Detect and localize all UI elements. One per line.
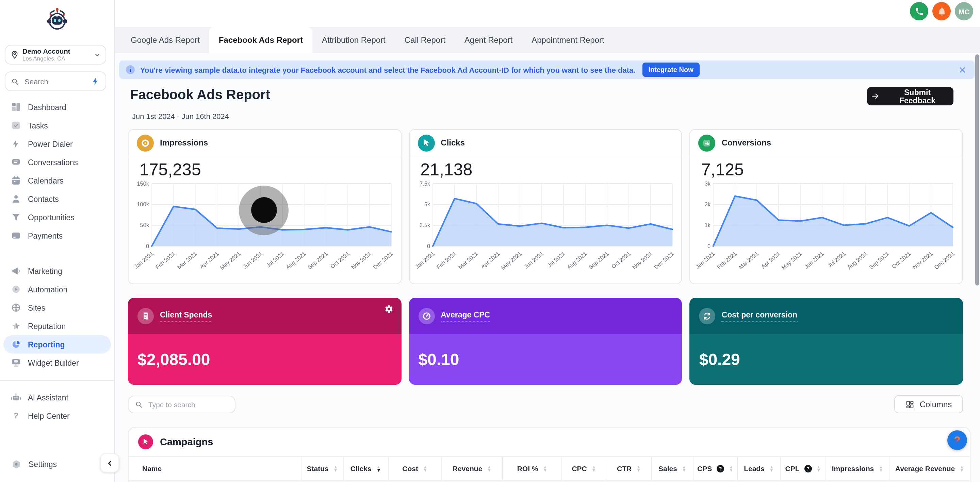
tab-facebook-ads-report[interactable]: Facebook Ads Report (209, 27, 312, 53)
person-icon (11, 194, 21, 204)
column-header-cpl[interactable]: CPL?▲▼ (781, 457, 826, 480)
chevron-down-icon (94, 51, 101, 58)
sort-carets[interactable]: ▲▼ (729, 465, 733, 472)
credit-card-icon (11, 230, 21, 241)
sidebar-item-contacts[interactable]: Contacts (0, 190, 115, 208)
campaigns-title: Campaigns (160, 436, 213, 447)
sort-carets[interactable]: ▲▼ (592, 465, 596, 472)
date-range: Jun 1st 2024 - Jun 16th 2024 (132, 112, 229, 121)
svg-text:Jul 2021: Jul 2021 (265, 251, 285, 269)
tab-appointment-report[interactable]: Appointment Report (522, 27, 614, 53)
sort-carets[interactable]: ▲▼ (682, 465, 686, 472)
metric-cards-row: Impressions175,235050k100k150kJan 2021Fe… (128, 129, 963, 284)
sidebar-item-settings[interactable]: Settings (0, 455, 115, 473)
tab-attribution-report[interactable]: Attribution Report (312, 27, 395, 53)
tasks-icon (11, 121, 21, 130)
columns-button[interactable]: Columns (894, 395, 963, 413)
sidebar-item-widget-builder[interactable]: Widget Builder (0, 354, 115, 372)
content: i You're viewing sample data.to integrat… (115, 53, 980, 482)
column-header-roi[interactable]: ROI %▲▼ (503, 457, 562, 480)
sidebar-item-help-center[interactable]: ?Help Center (0, 406, 115, 425)
bolt-icon (11, 139, 21, 149)
sidebar-item-marketing[interactable]: Marketing (0, 262, 115, 280)
sort-carets[interactable]: ▲▼ (487, 465, 492, 472)
help-button[interactable]: ? (947, 430, 967, 450)
column-header-leads[interactable]: Leads▲▼ (738, 457, 781, 480)
gear-icon[interactable] (384, 304, 393, 313)
sidebar-item-ai-assistant[interactable]: Ai Assistant (0, 388, 115, 406)
column-header-sales[interactable]: Sales▲▼ (652, 457, 694, 480)
sidebar-item-automation[interactable]: Automation (0, 280, 115, 298)
sidebar-collapse-button[interactable] (100, 453, 119, 472)
column-header-impressions[interactable]: Impressions▲▼ (826, 457, 889, 480)
svg-text:Dec 2021: Dec 2021 (372, 251, 394, 271)
svg-text:Dec 2021: Dec 2021 (933, 251, 956, 271)
tab-call-report[interactable]: Call Report (395, 27, 455, 53)
sort-carets[interactable]: ▲▼ (636, 465, 641, 472)
table-row[interactable] (129, 480, 970, 482)
metric-title: Clicks (441, 138, 465, 147)
sidebar-search[interactable] (5, 71, 106, 91)
svg-text:Oct 2021: Oct 2021 (891, 251, 912, 270)
calendar-icon (11, 175, 21, 186)
sort-carets[interactable]: ▲▼ (817, 465, 821, 472)
sidebar: Demo Account Los Angeles, CA DashboardTa… (0, 0, 115, 482)
robot-icon (11, 392, 21, 403)
lightning-icon (91, 77, 100, 86)
column-header-clicks[interactable]: Clicks▲▼ (344, 457, 388, 480)
column-header-revenue[interactable]: Revenue▲▼ (442, 457, 503, 480)
scrollbar-thumb[interactable] (975, 54, 979, 285)
sort-carets[interactable]: ▲▼ (543, 465, 547, 472)
sidebar-item-opportunities[interactable]: Opportunities (0, 208, 115, 227)
sort-carets[interactable]: ▲▼ (769, 465, 774, 472)
globe-icon (11, 303, 21, 313)
svg-text:Oct 2021: Oct 2021 (329, 251, 350, 270)
sidebar-search-input[interactable] (23, 76, 87, 86)
sidebar-item-payments[interactable]: Payments (0, 227, 115, 245)
notifications-button[interactable] (932, 2, 951, 21)
sidebar-item-conversations[interactable]: Conversations (0, 153, 115, 171)
avatar[interactable]: MC (955, 2, 973, 21)
sidebar-item-power-dialer[interactable]: Power Dialer (0, 135, 115, 153)
sort-carets[interactable]: ▲▼ (334, 465, 338, 472)
column-header-cpc[interactable]: CPC▲▼ (562, 457, 606, 480)
sidebar-menu-footer: Ai Assistant?Help Center (0, 388, 115, 425)
tab-google-ads-report[interactable]: Google Ads Report (121, 27, 209, 53)
sidebar-item-dashboard[interactable]: Dashboard (0, 98, 115, 116)
sort-carets[interactable]: ▲▼ (959, 465, 964, 472)
phone-button[interactable] (910, 2, 928, 21)
sidebar-item-reputation[interactable]: Reputation (0, 317, 115, 335)
account-selector[interactable]: Demo Account Los Angeles, CA (5, 45, 106, 65)
column-header-average-revenue[interactable]: Average Revenue▲▼ (889, 457, 970, 480)
column-header-cost[interactable]: Cost▲▼ (388, 457, 442, 480)
sort-carets[interactable]: ▲▼ (423, 465, 427, 472)
sidebar-item-sites[interactable]: Sites (0, 298, 115, 317)
table-search-input[interactable] (147, 400, 229, 409)
help-icon: ? (717, 465, 724, 472)
column-header-status[interactable]: Status▲▼ (301, 457, 344, 480)
svg-text:0: 0 (146, 243, 149, 249)
svg-text:Apr 2021: Apr 2021 (760, 251, 782, 270)
integrate-now-button[interactable]: Integrate Now (642, 63, 699, 77)
kpi-title: Average CPC (441, 310, 490, 321)
table-search[interactable] (128, 396, 235, 413)
tab-agent-report[interactable]: Agent Report (455, 27, 522, 53)
arrow-right-icon (871, 92, 880, 101)
sort-carets[interactable]: ▲▼ (878, 465, 883, 472)
kpi-value: $2,085.00 (137, 350, 210, 369)
column-header-cps[interactable]: CPS?▲▼ (694, 457, 738, 480)
sidebar-item-tasks[interactable]: Tasks (0, 116, 115, 135)
banner-close-icon[interactable]: ✕ (959, 65, 968, 75)
svg-text:Feb 2021: Feb 2021 (435, 251, 457, 270)
column-header-name[interactable]: Name (129, 457, 301, 480)
submit-feedback-button[interactable]: Submit Feedback (867, 87, 953, 105)
star-icon (11, 321, 21, 331)
svg-text:Sep 2021: Sep 2021 (307, 251, 329, 271)
sidebar-item-calendars[interactable]: Calendars (0, 171, 115, 190)
column-header-ctr[interactable]: CTR▲▼ (606, 457, 652, 480)
sidebar-item-reporting[interactable]: Reporting (3, 335, 111, 354)
sort-carets[interactable]: ▲▼ (376, 465, 382, 472)
svg-text:Jan 2021: Jan 2021 (133, 251, 154, 270)
dashboard-icon (11, 102, 21, 112)
svg-text:Dec 2021: Dec 2021 (653, 251, 675, 271)
